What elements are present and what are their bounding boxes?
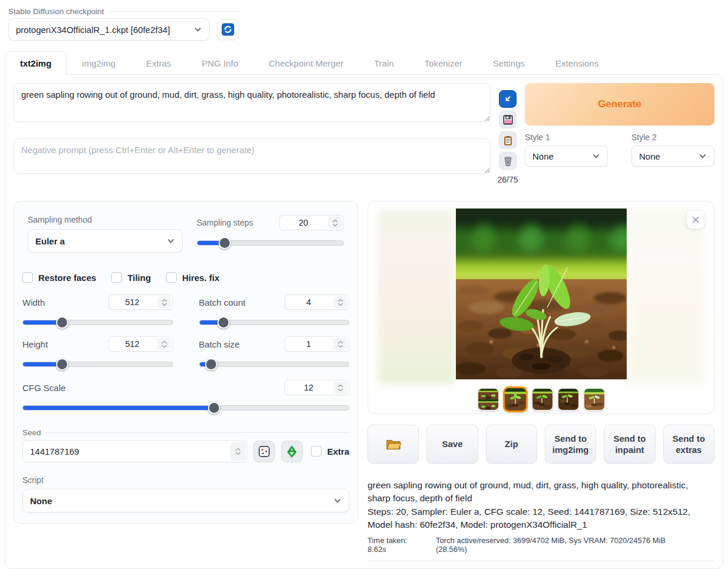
prompt-tools: 26/75 — [498, 83, 518, 184]
save-button[interactable]: Save — [426, 425, 478, 464]
preview-backdrop-left — [378, 210, 455, 384]
apply-style-button[interactable] — [499, 131, 517, 149]
checkbox — [311, 446, 322, 456]
negative-prompt-input[interactable] — [14, 138, 491, 174]
cfg-scale-slider[interactable] — [22, 401, 349, 414]
script-label: Script — [22, 475, 349, 485]
batch-size-label: Batch size — [199, 339, 240, 349]
hires-fix-label: Hires. fix — [182, 273, 219, 283]
thumbnail-5[interactable] — [583, 388, 605, 411]
stepper-arrows[interactable] — [328, 217, 342, 229]
extra-seed-checkbox[interactable]: Extra — [311, 446, 349, 456]
script-select[interactable]: None — [22, 489, 349, 512]
restore-faces-label: Restore faces — [38, 273, 96, 283]
floppy-disk-icon — [502, 114, 514, 125]
refresh-checkpoint-button[interactable] — [217, 19, 239, 40]
sampling-steps-label: Sampling steps — [197, 218, 253, 227]
arrow-down-left-icon — [502, 94, 513, 104]
hires-fix-checkbox[interactable]: Hires. fix — [166, 272, 219, 283]
app-root: Stable Diffusion checkpoint protogenX34O… — [0, 0, 728, 569]
checkpoint-header: Stable Diffusion checkpoint protogenX34O… — [8, 7, 239, 41]
checkpoint-value: protogenX34OfficialR_1.ckpt [60fe2f34] — [16, 25, 170, 35]
tab-tokenizer[interactable]: Tokenizer — [409, 51, 478, 75]
random-seed-button[interactable] — [253, 441, 275, 462]
chevron-down-icon — [194, 25, 202, 34]
clear-prompt-button[interactable] — [499, 152, 517, 170]
style1-value: None — [532, 151, 554, 161]
checkbox — [111, 272, 122, 283]
cfg-scale-input[interactable] — [285, 381, 332, 395]
seed-input[interactable] — [23, 441, 229, 462]
thumbnail-selected[interactable] — [503, 386, 528, 412]
height-label: Height — [22, 339, 48, 349]
tab-img2img[interactable]: img2img — [67, 51, 131, 75]
extra-label: Extra — [327, 446, 349, 456]
batch-count-input[interactable] — [285, 295, 332, 309]
script-value: None — [30, 496, 52, 506]
tab-extensions[interactable]: Extensions — [540, 51, 614, 75]
send-to-extras-button[interactable]: Send to extras — [663, 425, 714, 464]
generation-info: green sapling rowing out of ground, mud,… — [368, 479, 714, 561]
generation-info-prompt: green sapling rowing out of ground, mud,… — [368, 479, 697, 505]
zip-button[interactable]: Zip — [486, 425, 537, 464]
time-taken-text: Time taken: 8.62s — [368, 536, 428, 554]
style2-select[interactable]: None — [631, 145, 714, 167]
stepper-arrows[interactable] — [230, 442, 246, 461]
height-input[interactable] — [109, 337, 156, 351]
checkpoint-select[interactable]: protogenX34OfficialR_1.ckpt [60fe2f34] — [8, 18, 210, 41]
sampling-method-select[interactable]: Euler a — [28, 229, 183, 253]
stepper-arrows[interactable] — [157, 296, 171, 308]
tab-txt2img[interactable]: txt2img — [5, 51, 67, 75]
thumbnail-3[interactable] — [531, 388, 554, 411]
open-folder-button[interactable] — [368, 425, 419, 464]
send-to-inpaint-button[interactable]: Send to inpaint — [604, 425, 655, 464]
batch-size-input[interactable] — [285, 337, 332, 351]
seed-label: Seed — [22, 428, 349, 437]
txt2img-panel: green sapling rowing out of ground, mud,… — [5, 74, 723, 569]
tab-bar: txt2img img2img Extras PNG Info Checkpoi… — [5, 51, 723, 74]
style2-label: Style 2 — [631, 133, 714, 142]
sampling-method-value: Euler a — [35, 236, 65, 246]
chevron-down-icon — [333, 497, 342, 505]
width-input[interactable] — [109, 295, 156, 309]
tab-extras[interactable]: Extras — [131, 51, 187, 75]
image-preview-panel — [368, 201, 714, 414]
width-slider[interactable] — [22, 316, 173, 329]
generated-image[interactable] — [456, 209, 627, 379]
save-style-button[interactable] — [499, 111, 517, 128]
trash-icon — [502, 156, 514, 167]
height-slider[interactable] — [22, 358, 173, 370]
tab-png-info[interactable]: PNG Info — [187, 51, 254, 75]
send-to-img2img-button[interactable]: Send to img2img — [545, 425, 596, 464]
stepper-arrows[interactable] — [333, 338, 348, 350]
stepper-arrows[interactable] — [157, 338, 171, 350]
recycle-icon — [286, 445, 298, 458]
tab-train[interactable]: Train — [359, 51, 409, 75]
stepper-arrows[interactable] — [333, 296, 348, 308]
prompt-input[interactable]: green sapling rowing out of ground, mud,… — [14, 83, 491, 122]
stepper-arrows[interactable] — [333, 382, 348, 393]
tab-settings[interactable]: Settings — [478, 51, 540, 75]
style1-select[interactable]: None — [525, 145, 608, 167]
tiling-checkbox[interactable]: Tiling — [111, 272, 151, 283]
style1-label: Style 1 — [525, 133, 608, 142]
sampling-steps-slider[interactable] — [197, 236, 344, 249]
batch-count-slider[interactable] — [199, 316, 350, 329]
batch-size-slider[interactable] — [199, 358, 350, 370]
thumbnail-grid[interactable] — [477, 388, 499, 411]
sampling-method-label: Sampling method — [28, 215, 183, 224]
preview-backdrop-right — [627, 210, 704, 384]
thumbnail-4[interactable] — [557, 388, 580, 411]
paste-params-button[interactable] — [499, 90, 517, 108]
reuse-seed-button[interactable] — [281, 441, 303, 462]
chevron-down-icon — [167, 237, 175, 245]
sampling-steps-input[interactable] — [280, 216, 327, 230]
refresh-icon — [221, 23, 234, 36]
tab-checkpoint-merger[interactable]: Checkpoint Merger — [253, 51, 359, 75]
chevron-down-icon — [699, 152, 707, 160]
tiling-label: Tiling — [127, 273, 151, 283]
close-preview-button[interactable] — [687, 211, 704, 229]
generate-button[interactable]: Generate — [525, 83, 714, 125]
restore-faces-checkbox[interactable]: Restore faces — [22, 272, 96, 283]
vram-usage-text: Torch active/reserved: 3699/4702 MiB, Sy… — [436, 536, 697, 554]
